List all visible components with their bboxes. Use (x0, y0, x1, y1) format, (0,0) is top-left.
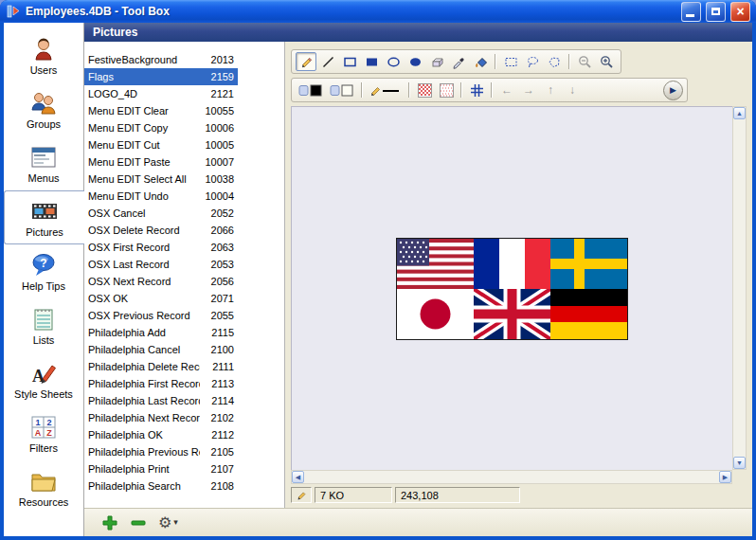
title-bar[interactable]: Employees.4DB - Tool Box × (0, 0, 756, 23)
sidebar-item-label: Style Sheets (14, 388, 73, 400)
list-item[interactable]: OSX OK 2071 (84, 290, 238, 307)
background-color-button[interactable] (327, 81, 357, 99)
add-picture-button[interactable] (101, 514, 118, 531)
sidebar-item-pictures[interactable]: Pictures (4, 190, 84, 244)
vertical-scrollbar[interactable]: ▲ ▼ (732, 106, 747, 470)
oval-icon (387, 55, 401, 69)
horizontal-scroll-track[interactable] (304, 471, 719, 483)
pattern-2-button[interactable] (436, 81, 457, 99)
toolbar-divider (361, 82, 363, 98)
list-item[interactable]: Philadelphia Print 2107 (84, 460, 238, 477)
filled-oval-tool-button[interactable] (405, 52, 425, 71)
sidebar-item-label: Groups (27, 118, 61, 130)
horizontal-scrollbar[interactable]: ◀ ▶ (291, 470, 732, 484)
pencil-tool-button[interactable] (296, 52, 316, 71)
drawing-canvas[interactable] (291, 106, 732, 470)
move-right-button[interactable]: → (518, 81, 539, 99)
line-width-button[interactable] (367, 81, 405, 99)
line-tool-button[interactable] (317, 52, 338, 71)
current-tool-pencil-icon (296, 489, 308, 501)
sidebar-item-lists[interactable]: Lists (4, 298, 83, 352)
list-item[interactable]: Menu EDIT Clear 10055 (84, 102, 238, 119)
select-rectangle-tool-button[interactable] (500, 52, 521, 71)
background-color-icon (330, 83, 354, 98)
list-item[interactable]: Philadelphia First Record 2113 (84, 375, 238, 392)
list-item[interactable]: Philadelphia Last Record 2114 (84, 392, 238, 409)
list-item[interactable]: Menu EDIT Select All 10038 (84, 171, 238, 188)
select-lasso-tool-button[interactable] (522, 52, 543, 71)
arrow-down-icon: ↓ (569, 84, 575, 96)
canvas-zone: ▲ ▼ ◀ ▶ (291, 106, 747, 484)
picture-id: 10004 (200, 190, 234, 202)
flag-france (474, 239, 550, 289)
move-up-button[interactable]: ↑ (540, 81, 561, 99)
filled-rectangle-tool-button[interactable] (361, 52, 382, 71)
sidebar-item-style-sheets[interactable]: A Style Sheets (4, 352, 83, 406)
scroll-down-button[interactable]: ▼ (733, 457, 746, 469)
list-item[interactable]: Philadelphia Previous Record 2105 (84, 443, 238, 460)
move-down-button[interactable]: ↓ (562, 81, 583, 99)
list-item[interactable]: Philadelphia Next Record 2102 (84, 409, 238, 426)
list-item[interactable]: Philadelphia Delete Record 2111 (84, 358, 238, 375)
sidebar-item-resources[interactable]: Resources (4, 460, 83, 514)
arrow-right-icon: → (523, 84, 534, 96)
oval-tool-button[interactable] (383, 52, 404, 71)
pattern-1-button[interactable] (414, 81, 435, 99)
picture-id: 10006 (200, 122, 234, 134)
list-item[interactable]: Menu EDIT Cut 10005 (84, 136, 238, 153)
preview-play-button[interactable]: ▶ (663, 81, 683, 100)
scroll-right-button[interactable]: ▶ (719, 471, 731, 483)
zoom-out-icon (578, 55, 592, 69)
list-item[interactable]: OSX Last Record 2053 (84, 256, 238, 273)
grid-icon (470, 83, 484, 98)
list-item[interactable]: Menu EDIT Undo 10004 (84, 188, 238, 205)
minimize-button[interactable] (681, 2, 701, 22)
remove-picture-button[interactable] (130, 514, 147, 531)
list-item[interactable]: Philadelphia OK 2112 (84, 426, 238, 443)
actions-menu-button[interactable]: ⚙ ▾ (158, 515, 178, 531)
zoom-out-button[interactable] (574, 52, 595, 71)
toolbar-divider (495, 54, 496, 69)
list-item[interactable]: FestiveBackground 2013 (84, 51, 238, 68)
bottom-toolbar: ⚙ ▾ (84, 508, 752, 536)
pictures-icon (30, 197, 59, 225)
rectangle-tool-button[interactable] (339, 52, 360, 71)
picture-name: OSX Last Record (88, 259, 200, 270)
list-item[interactable]: Menu EDIT Copy 10006 (84, 119, 238, 136)
scroll-left-button[interactable]: ◀ (292, 471, 304, 483)
sidebar-item-help-tips[interactable]: ? Help Tips (4, 244, 83, 298)
zoom-in-button[interactable] (596, 52, 617, 71)
foreground-color-button[interactable] (296, 81, 326, 99)
picture-id: 2159 (200, 71, 234, 82)
grid-toggle-button[interactable] (466, 81, 487, 99)
list-item[interactable]: Philadelphia Add 2115 (84, 324, 238, 341)
select-wand-tool-button[interactable] (544, 52, 565, 71)
picture-name: OSX Previous Record (88, 310, 200, 321)
list-item[interactable]: LOGO_4D 2121 (84, 85, 238, 102)
sidebar-item-users[interactable]: Users (4, 28, 83, 82)
list-item[interactable]: Philadelphia Cancel 2100 (84, 341, 238, 358)
options-tool-band: ← → ↑ ↓ ▶ (291, 78, 688, 102)
zoom-in-icon (600, 55, 614, 69)
maximize-button[interactable] (706, 2, 726, 22)
list-item[interactable]: OSX First Record 2063 (84, 239, 238, 256)
list-item[interactable]: Flags 2159 (84, 68, 238, 85)
list-item[interactable]: OSX Delete Record 2066 (84, 222, 238, 239)
eyedropper-tool-button[interactable] (448, 52, 469, 71)
sidebar-item-filters[interactable]: 1 2 A Z Filters (4, 406, 83, 460)
sidebar-item-groups[interactable]: Groups (4, 82, 83, 136)
close-button[interactable]: × (730, 2, 750, 22)
move-left-button[interactable]: ← (496, 81, 517, 99)
list-item[interactable]: Philadelphia Search 2108 (84, 477, 238, 495)
paint-bucket-tool-button[interactable] (470, 52, 491, 71)
sidebar-item-menus[interactable]: Menus (4, 136, 83, 190)
scroll-up-button[interactable]: ▲ (733, 107, 746, 119)
vertical-scroll-track[interactable] (733, 119, 746, 457)
list-item[interactable]: OSX Previous Record 2055 (84, 307, 238, 324)
page-title: Pictures (93, 26, 137, 39)
list-item[interactable]: OSX Next Record 2056 (84, 273, 238, 290)
picture-name: Flags (88, 71, 200, 82)
eraser-tool-button[interactable] (426, 52, 447, 71)
list-item[interactable]: OSX Cancel 2052 (84, 205, 238, 222)
list-item[interactable]: Menu EDIT Paste 10007 (84, 153, 238, 171)
